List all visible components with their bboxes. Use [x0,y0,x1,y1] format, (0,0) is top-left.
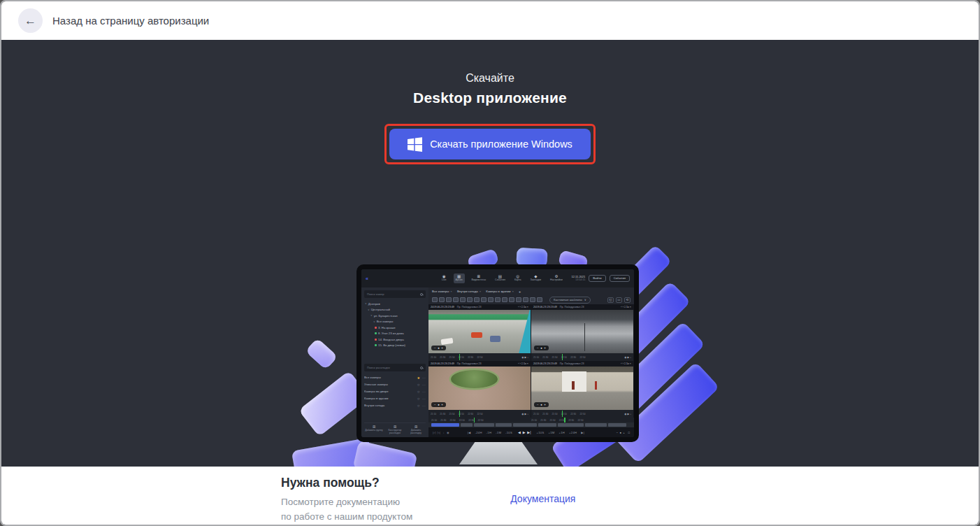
menu-item-videowalls: ⊞Видеостены [470,273,488,283]
fullscreen-icon: ◱ [607,297,614,303]
app-topbar: « ◉Live ▦Архив ⊞Видеостены ▤События ◎Кар… [361,269,634,287]
track-segment [496,423,512,427]
camera-tile: 2019.06.23 23:23:49Пр. Победуновая 23‹ ›… [428,361,531,418]
tab-close-icon: × [512,290,514,293]
tile-ruler: 21:10 21:30 21:50 22:10 22:30 22:50◉ ▶ ↓ [428,410,531,418]
add-group-button: ⊞Добавить группу [364,425,384,435]
tile-timestamp: 2019.06.23 23:23:49 [431,306,454,308]
chevron-down-icon: ∨ [365,302,367,305]
camera-item: 15. Во двор (левая) [364,343,426,349]
grid-layout-icon [502,297,507,302]
tile-ruler: 21:10 21:30 21:50 22:10 22:30 22:50◉ ▶ ↓ [428,353,531,361]
grid-layout-icon [530,297,535,302]
layout-item: Камеры в здании☆⋯ [364,395,426,401]
tree-item: ∨ул. Бухарестская [364,313,426,319]
star-icon: ☆ [417,404,420,408]
track-segment [585,423,607,427]
track-segment [608,423,626,427]
tile-location: Пр. Победуновая 23 [457,362,482,365]
grid-layout-icon [432,297,438,302]
zoom-control: − ● + [431,402,446,407]
scene-detail [471,332,482,338]
decorative-shape [305,338,338,370]
tabs-bar: Все камеры× Внутри склада× Камеры в здан… [428,287,634,295]
documentation-link[interactable]: Документация [510,493,575,504]
app-clock-time: 13:54:15 [572,278,586,281]
menu-item-map: ◎Карта [512,273,524,283]
layout-item: Все камеры★⋯ [364,374,426,381]
star-icon: ☆ [417,390,420,394]
tile-location: Пр. Победуновая 23 [457,306,482,308]
logout-button: Выйти [589,275,605,282]
master-ruler: 21:10 21:30 21:50 22:10 22:30 22:50 21:1… [428,418,634,422]
grid-layout-icon [481,297,487,302]
events-panel-button: События [610,275,630,282]
chevron-down-icon: ∨ [584,298,586,301]
star-icon: ☆ [417,397,420,401]
tile-ruler: 21:10 21:30 21:50 22:10 22:30 22:50◉ ▶ ↓ [531,410,633,418]
help-body-line2: по работе с нашим продуктом [281,510,412,525]
transport-play-controls: ◀ ▶ ▶| [518,430,531,434]
track-segment [474,423,494,427]
chevron-down-icon: ∨ [373,320,375,323]
scene-detail [584,323,586,351]
scene-detail [517,310,531,353]
camera-image: − ● + [531,310,633,353]
tile-header: 2019.06.23 23:23:49Пр. Победуновая 23‹ ›… [531,361,633,367]
grid-layout-icon [488,297,493,302]
menu-item-events: ▤События [493,273,507,283]
camera-tile: 2019.06.23 23:23:49Пр. Победуновая 23‹ ›… [531,361,634,418]
tree-item: ∨Центральный [364,307,426,313]
tile-header: 2019.06.23 23:23:49Пр. Победуновая 23‹ ›… [531,304,633,310]
illustration: « ◉Live ▦Архив ⊞Видеостены ▤События ◎Кар… [1,40,979,467]
tile-controls: ‹ › □ 1x × [518,306,528,308]
help-body-line1: Посмотрите документацию [281,495,412,510]
grid-layout-icon [516,297,521,302]
camera-item: 3. На крыше [364,325,426,331]
tree-item: ∨Днепров [364,301,426,307]
back-circle: ← [18,8,43,33]
tile-controls: ‹ › □ 1x × [518,362,528,365]
chevron-down-icon: ∨ [368,308,370,311]
scene-detail [440,338,453,345]
grid-layout-icon [467,297,473,302]
back-button[interactable]: ← Назад на страницу авторизации [18,8,209,33]
grid-layout-icon [453,297,459,302]
layout-item: Камеры во дворе☆⋯ [364,388,426,395]
tab-item: Внутри склада× [457,290,481,293]
tile-header: 2019.06.23 23:23:49Пр. Победуновая 23‹ ›… [428,361,531,367]
scene-detail [451,370,498,388]
camera-item: 8. Угол 23 из дома [364,331,426,337]
menu-item-live: ◉Live [440,273,449,283]
ruler-marker [562,354,563,360]
status-dot [375,327,377,329]
app-preview: « ◉Live ▦Архив ⊞Видеостены ▤События ◎Кар… [361,269,634,437]
more-icon: ⋯ [422,404,426,408]
add-tab-button: + [519,290,521,294]
grid-layout-icon [523,297,528,302]
chevron-down-icon: ∨ [370,314,373,317]
status-dot [375,332,377,334]
sidebar-actions: ⊞Добавить группу ⊞Конструктор раскладок … [364,422,426,435]
camera-item: 14. Входная дверь [364,336,426,343]
ruler-marker [562,411,563,417]
grid-layout-icon [509,297,514,302]
zoom-control: − ● + [534,346,549,350]
search-icon [420,367,423,369]
grid-layout-icon [537,297,542,302]
grid-layout-icon [474,297,480,302]
track-segment [538,423,556,427]
back-arrow-icon: ← [24,15,36,27]
tab-item: Все камеры× [432,290,452,293]
camera-tile: 2019.06.23 23:23:49Пр. Победуновая 23‹ ›… [428,304,531,361]
tile-controls: ‹ › □ 1x × [621,362,631,365]
decorative-shape [353,441,418,467]
transport-step-back: |◀ -24H -1H -1M -10S [468,431,512,434]
camera-image: − ● + [531,367,633,410]
grid-layout-icon [495,297,500,302]
menu-item-archive: ▦Архив [454,273,465,283]
ruler-marker [564,418,565,422]
scene-detail [490,336,500,342]
transport-step-forward: +10S +1M +1H +24H ▶| [536,431,584,434]
app-topbar-right: 12.11.2021 13:54:15 Выйти События [572,275,630,282]
